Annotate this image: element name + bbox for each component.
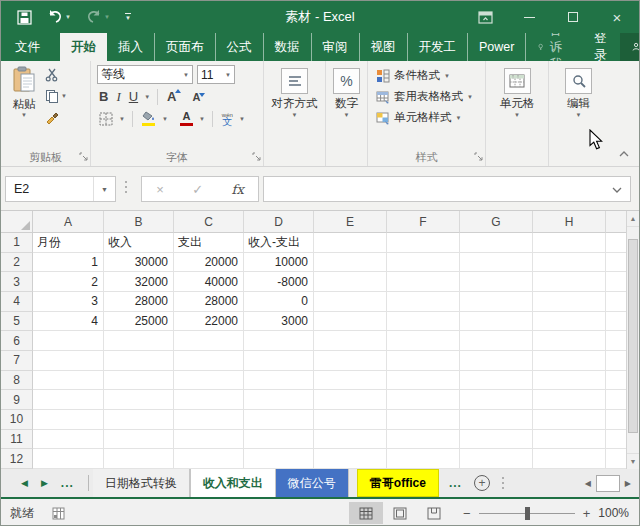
font-name-combo[interactable]: 等线▼	[97, 65, 193, 84]
cell-H6[interactable]	[533, 331, 606, 351]
cell-F11[interactable]	[387, 430, 460, 450]
select-all-button[interactable]	[1, 211, 33, 233]
cell-H4[interactable]	[533, 292, 606, 312]
cell-G9[interactable]	[460, 390, 533, 410]
fill-color-dropdown-icon[interactable]: ▼	[162, 116, 168, 122]
cell-C1[interactable]: 支出	[174, 233, 244, 253]
cell-G5[interactable]	[460, 312, 533, 332]
confirm-entry-button[interactable]: ✓	[192, 182, 203, 197]
cell-H5[interactable]	[533, 312, 606, 332]
cell-B9[interactable]	[104, 390, 174, 410]
scroll-down-button[interactable]: ▼	[627, 453, 639, 469]
format-painter-button[interactable]	[45, 109, 67, 125]
col-header-G[interactable]: G	[460, 211, 533, 233]
cell-G2[interactable]	[460, 253, 533, 273]
number-dropdown-icon[interactable]: ▼	[344, 112, 350, 118]
borders-button[interactable]	[97, 112, 115, 126]
zoom-out-button[interactable]: −	[463, 506, 471, 521]
cell-partial-2[interactable]	[606, 253, 628, 273]
cell-E10[interactable]	[314, 410, 387, 430]
ribbon-tab-developer[interactable]: 开发工	[407, 33, 468, 61]
cell-B6[interactable]	[104, 331, 174, 351]
cell-F5[interactable]	[387, 312, 460, 332]
cell-H1[interactable]	[533, 233, 606, 253]
ribbon-tab-formulas[interactable]: 公式	[215, 33, 263, 61]
alignment-dropdown-icon[interactable]: ▼	[292, 112, 298, 118]
cell-partial-3[interactable]	[606, 272, 628, 292]
row-header-11[interactable]: 11	[1, 430, 33, 450]
cell-A7[interactable]	[33, 351, 104, 371]
page-layout-view-button[interactable]	[383, 502, 417, 524]
cell-D11[interactable]	[244, 430, 314, 450]
cell-A11[interactable]	[33, 430, 104, 450]
cell-D1[interactable]: 收入-支出	[244, 233, 314, 253]
more-sheets-left-button[interactable]: ...	[61, 476, 74, 490]
row-header-8[interactable]: 8	[1, 371, 33, 391]
name-box[interactable]: E2 ▼	[5, 176, 116, 202]
cell-B12[interactable]	[104, 449, 174, 469]
cell-partial-12[interactable]	[606, 449, 628, 469]
cell-E9[interactable]	[314, 390, 387, 410]
sheetbar-grip-icon[interactable]	[502, 477, 504, 489]
cell-D4[interactable]: 0	[244, 292, 314, 312]
cell-G10[interactable]	[460, 410, 533, 430]
ribbon-group-cells[interactable]: 单元格 ▼	[486, 61, 549, 166]
close-button[interactable]: ×	[595, 1, 639, 33]
editing-dropdown-icon[interactable]: ▼	[576, 112, 582, 118]
ribbon-tab-file[interactable]: 文件	[1, 33, 54, 61]
row-header-9[interactable]: 9	[1, 390, 33, 410]
sheet-tab-income-expense[interactable]: 收入和支出	[190, 469, 276, 497]
row-header-5[interactable]: 5	[1, 312, 33, 332]
cell-C9[interactable]	[174, 390, 244, 410]
cell-D7[interactable]	[244, 351, 314, 371]
cell-E2[interactable]	[314, 253, 387, 273]
cell-D12[interactable]	[244, 449, 314, 469]
cell-G8[interactable]	[460, 371, 533, 391]
row-header-10[interactable]: 10	[1, 410, 33, 430]
ribbon-tab-data[interactable]: 数据	[263, 33, 311, 61]
cell-A12[interactable]	[33, 449, 104, 469]
cell-E11[interactable]	[314, 430, 387, 450]
insert-function-button[interactable]: fx	[232, 182, 244, 197]
redo-dropdown-icon[interactable]: ▼	[104, 14, 110, 20]
cell-F6[interactable]	[387, 331, 460, 351]
conditional-formatting-button[interactable]: 条件格式▼	[370, 66, 483, 85]
cell-E7[interactable]	[314, 351, 387, 371]
col-header-D[interactable]: D	[244, 211, 314, 233]
cell-D2[interactable]: 10000	[244, 253, 314, 273]
cell-G6[interactable]	[460, 331, 533, 351]
next-sheet-button[interactable]: ▶	[41, 478, 48, 488]
cell-F7[interactable]	[387, 351, 460, 371]
ribbon-tab-insert[interactable]: 插入	[107, 33, 154, 61]
cell-partial-8[interactable]	[606, 371, 628, 391]
cell-C12[interactable]	[174, 449, 244, 469]
cell-D8[interactable]	[244, 371, 314, 391]
row-header-6[interactable]: 6	[1, 331, 33, 351]
font-color-dropdown-icon[interactable]: ▼	[199, 116, 205, 122]
phonetic-dropdown-icon[interactable]: ▼	[239, 116, 245, 122]
new-sheet-button[interactable]: +	[474, 475, 490, 491]
cell-E3[interactable]	[314, 272, 387, 292]
formula-bar-grip-icon[interactable]	[125, 181, 127, 193]
cell-A4[interactable]: 3	[33, 292, 104, 312]
cell-D9[interactable]	[244, 390, 314, 410]
row-header-1[interactable]: 1	[1, 233, 33, 253]
cell-G7[interactable]	[460, 351, 533, 371]
ribbon-display-options-button[interactable]	[463, 1, 507, 33]
fill-color-button[interactable]	[140, 111, 158, 126]
font-color-button[interactable]: A	[178, 111, 195, 126]
save-button[interactable]	[17, 10, 32, 25]
cell-H2[interactable]	[533, 253, 606, 273]
increase-font-button[interactable]: A	[165, 89, 178, 104]
cell-H7[interactable]	[533, 351, 606, 371]
cell-D3[interactable]: -8000	[244, 272, 314, 292]
sign-in-button[interactable]: 登录	[580, 30, 621, 64]
cell-A8[interactable]	[33, 371, 104, 391]
col-header-H[interactable]: H	[533, 211, 606, 233]
page-break-preview-button[interactable]	[417, 502, 451, 524]
sheet-tab-date-format[interactable]: 日期格式转换	[93, 469, 190, 497]
styles-dialog-launcher[interactable]	[474, 150, 483, 164]
cell-B4[interactable]: 28000	[104, 292, 174, 312]
row-header-3[interactable]: 3	[1, 272, 33, 292]
cell-partial-1[interactable]	[606, 233, 628, 253]
